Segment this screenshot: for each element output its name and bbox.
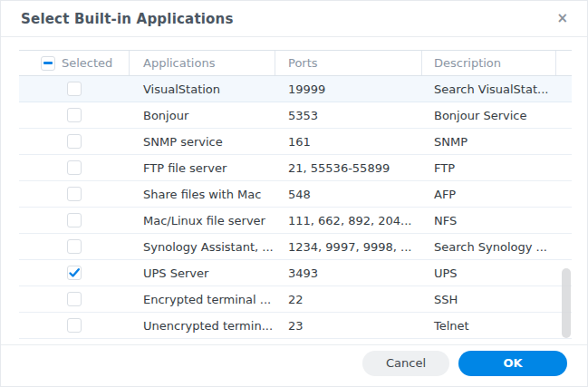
table-body: VisualStation19999Search VisualStat...Bo… [19, 76, 572, 339]
cancel-button[interactable]: Cancel [362, 351, 449, 376]
row-cell-description: SSH [422, 286, 556, 312]
row-cell-ports: 161 [275, 129, 422, 154]
row-cell-application: SNMP service [130, 129, 275, 154]
dialog-footer: Cancel OK [1, 344, 587, 386]
row-cell-selected [19, 260, 130, 285]
row-cell-application: Unencrypted termin... [130, 313, 275, 338]
table-row[interactable]: Mac/Linux file server111, 662, 892, 204.… [19, 208, 572, 234]
row-cell-ports: 5353 [275, 102, 422, 128]
row-checkbox-checked[interactable] [67, 266, 82, 280]
close-icon[interactable]: × [553, 10, 572, 27]
row-cell-selected [19, 102, 130, 128]
header-cell-filler [556, 51, 572, 75]
row-checkbox[interactable] [67, 187, 82, 201]
select-all-checkbox[interactable] [41, 56, 55, 71]
row-cell-ports: 21, 55536-55899 [275, 155, 422, 180]
row-checkbox[interactable] [67, 108, 82, 122]
header-cell-ports[interactable]: Ports [275, 51, 422, 75]
table-row[interactable]: Encrypted terminal ...22SSH [19, 286, 572, 313]
row-cell-description: NFS [422, 208, 556, 233]
table-header-row: Selected Applications Ports Description [19, 50, 572, 76]
header-cell-description[interactable]: Description [422, 51, 556, 75]
row-cell-selected [19, 76, 130, 102]
row-cell-description: Telnet [422, 313, 556, 338]
row-cell-application: VisualStation [130, 76, 275, 102]
row-cell-ports: 111, 662, 892, 204... [275, 208, 422, 233]
row-cell-selected [19, 181, 130, 207]
ok-button[interactable]: OK [458, 351, 567, 376]
row-cell-description: Search VisualStat... [422, 76, 556, 102]
row-cell-application: FTP file server [130, 155, 275, 180]
row-checkbox[interactable] [67, 318, 82, 333]
row-checkbox[interactable] [67, 292, 82, 306]
row-checkbox[interactable] [67, 134, 82, 149]
applications-table: Selected Applications Ports Description … [19, 50, 572, 339]
row-cell-ports: 1234, 9997, 9998, ... [275, 234, 422, 259]
table-row[interactable]: VisualStation19999Search VisualStat... [19, 76, 572, 102]
row-cell-ports: 23 [275, 313, 422, 338]
row-cell-selected [19, 208, 130, 233]
dialog-title: Select Built-in Applications [21, 11, 234, 27]
row-checkbox[interactable] [67, 239, 82, 254]
row-cell-application: Synology Assistant, ... [130, 234, 275, 259]
row-cell-description: AFP [422, 181, 556, 207]
table-row[interactable]: Share files with Mac548AFP [19, 181, 572, 208]
header-label-selected: Selected [62, 56, 112, 70]
row-cell-description: UPS [422, 260, 556, 285]
row-cell-ports: 19999 [275, 76, 422, 102]
row-cell-application: Mac/Linux file server [130, 208, 275, 233]
row-cell-description: Search Synology ... [422, 234, 556, 259]
row-cell-description: Bonjour Service [422, 102, 556, 128]
row-checkbox[interactable] [67, 213, 82, 227]
select-built-in-applications-dialog: Select Built-in Applications × Selected … [0, 0, 588, 387]
row-cell-application: Bonjour [130, 102, 275, 128]
row-cell-application: Encrypted terminal ... [130, 286, 275, 312]
dialog-titlebar: Select Built-in Applications × [1, 1, 587, 37]
row-cell-application: Share files with Mac [130, 181, 275, 207]
row-cell-selected [19, 155, 130, 180]
row-cell-description: SNMP [422, 129, 556, 154]
row-cell-selected [19, 313, 130, 338]
header-cell-selected: Selected [19, 51, 130, 75]
row-cell-selected [19, 286, 130, 312]
row-cell-selected [19, 129, 130, 154]
row-cell-application: UPS Server [130, 260, 275, 285]
row-checkbox[interactable] [67, 82, 82, 96]
table-row[interactable]: Synology Assistant, ...1234, 9997, 9998,… [19, 234, 572, 260]
row-cell-selected [19, 234, 130, 259]
row-cell-ports: 22 [275, 286, 422, 312]
table-row[interactable]: FTP file server21, 55536-55899FTP [19, 155, 572, 181]
row-cell-description: FTP [422, 155, 556, 180]
row-cell-ports: 3493 [275, 260, 422, 285]
row-checkbox[interactable] [67, 160, 82, 175]
row-cell-ports: 548 [275, 181, 422, 207]
vertical-scrollbar-thumb[interactable] [562, 268, 571, 338]
table-row[interactable]: Bonjour5353Bonjour Service [19, 102, 572, 129]
table-row[interactable]: Unencrypted termin...23Telnet [19, 313, 572, 339]
indeterminate-mark-icon [43, 62, 53, 64]
table-row[interactable]: SNMP service161SNMP [19, 129, 572, 155]
table-row[interactable]: UPS Server3493UPS [19, 260, 572, 286]
header-cell-applications[interactable]: Applications [130, 51, 275, 75]
